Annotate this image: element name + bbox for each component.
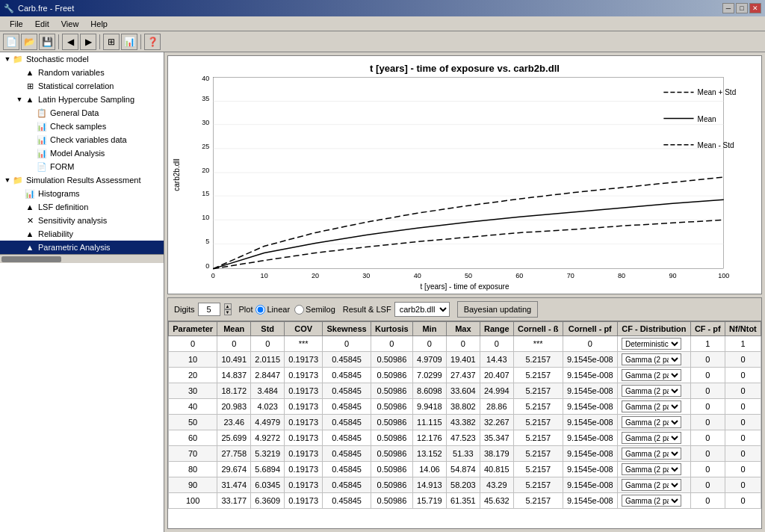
tree-scrollbar[interactable] — [0, 254, 164, 263]
tree-item-check-samples[interactable]: 📊 Check samples — [0, 120, 164, 133]
menu-edit[interactable]: Edit — [29, 18, 55, 30]
toolbar-open[interactable]: 📂 — [21, 34, 37, 50]
tree-label-lsf-definition: LSF definition — [38, 202, 88, 211]
dist-dropdown[interactable]: Gamma (2 par) — [622, 416, 681, 428]
legend-mean-plus-std: Mean + Std — [698, 88, 737, 96]
table-header-max: Max — [446, 322, 480, 336]
table-cell-std: 4.023 — [251, 399, 285, 415]
toolbar-chart[interactable]: 📊 — [121, 34, 137, 50]
digits-spinner[interactable]: ▲ ▼ — [224, 303, 232, 315]
linear-option[interactable]: Linear — [255, 305, 290, 315]
table-header-parameter: Parameter — [169, 322, 217, 336]
menu-help[interactable]: Help — [84, 18, 114, 30]
dist-dropdown[interactable]: Gamma (2 par) — [622, 432, 681, 444]
table-cell-std: 3.484 — [251, 383, 285, 399]
dist-dropdown[interactable]: Gamma (2 par) — [622, 479, 681, 491]
linear-label: Linear — [267, 305, 290, 314]
table-cell-cf_dist[interactable]: Gamma (2 par) — [617, 415, 690, 430]
tree-item-stochastic-model[interactable]: ▼ 📁 Stochastic model — [0, 52, 164, 66]
tree-item-model-analysis[interactable]: 📊 Model Analysis — [0, 146, 164, 160]
tree-item-form[interactable]: 📄 FORM — [0, 160, 164, 173]
tree-item-check-variables[interactable]: 📊 Check variables data — [0, 133, 164, 146]
table-cell-mean: 20.983 — [217, 399, 251, 415]
svg-text:0: 0 — [211, 272, 215, 279]
minimize-button[interactable]: ─ — [722, 3, 734, 13]
toolbar-grid[interactable]: ⊞ — [103, 34, 120, 50]
dist-dropdown[interactable]: Gamma (2 par) — [622, 353, 681, 365]
table-cell-cf_dist[interactable]: Gamma (2 par) — [617, 446, 690, 462]
dist-cell: Gamma (2 par) — [622, 353, 687, 365]
table-cell-cornell_b: 5.2157 — [513, 368, 563, 383]
digits-input[interactable] — [198, 303, 220, 316]
table-cell-cf_dist[interactable]: Gamma (2 par) — [617, 493, 690, 509]
table-row: 8029.6745.68940.191730.458450.5098614.06… — [169, 462, 761, 477]
dist-dropdown[interactable]: Gamma (2 par) — [622, 448, 681, 460]
dist-dropdown[interactable]: Deterministic — [622, 338, 681, 350]
title-bar-left: 🔧 Carb.fre - Freet — [4, 4, 74, 13]
table-cell-range: 28.86 — [480, 399, 513, 415]
linear-radio[interactable] — [255, 305, 265, 315]
digits-group: Digits ▲ ▼ — [174, 303, 232, 316]
dist-dropdown[interactable]: Gamma (2 par) — [622, 495, 681, 507]
svg-text:50: 50 — [465, 272, 472, 279]
table-header: ParameterMeanStdCOVSkewnessKurtosisMinMa… — [169, 322, 761, 336]
table-cell-cf_dist[interactable]: Gamma (2 par) — [617, 399, 690, 415]
tree-item-random-variables[interactable]: ▲ Random variables — [0, 66, 164, 79]
legend-mean: Mean — [698, 115, 716, 123]
bayesian-updating-button[interactable]: Bayesian updating — [457, 301, 539, 318]
table-cell-mean: 18.172 — [217, 383, 251, 399]
table-cell-cf_dist[interactable]: Gamma (2 par) — [617, 368, 690, 383]
semilog-radio[interactable] — [294, 305, 304, 315]
menu-view[interactable]: View — [55, 18, 85, 30]
menu-file[interactable]: File — [4, 18, 29, 30]
tree-item-parametric[interactable]: ▲ Parametric Analysis — [0, 241, 164, 254]
table-cell-cf_dist[interactable]: Gamma (2 par) — [617, 352, 690, 368]
tree-item-lsf-definition[interactable]: ▲ LSF definition — [0, 200, 164, 214]
table-cell-min: 15.719 — [412, 493, 446, 509]
table-cell-skewness: 0.45845 — [323, 430, 371, 446]
dist-dropdown[interactable]: Gamma (2 par) — [622, 400, 681, 412]
table-cell-max: 19.401 — [446, 352, 480, 368]
dist-dropdown[interactable]: Gamma (2 par) — [622, 385, 681, 397]
close-button[interactable]: ✕ — [749, 3, 761, 13]
table-cell-cf_dist[interactable]: Gamma (2 par) — [617, 462, 690, 477]
table-cell-cf_dist[interactable]: Gamma (2 par) — [617, 383, 690, 399]
table-cell-kurtosis: 0.50986 — [371, 462, 412, 477]
tree-label-sim-results: Simulation Results Assessment — [26, 176, 140, 185]
table-cell-cf_pf: 0 — [690, 462, 725, 477]
svg-text:15: 15 — [202, 190, 209, 197]
toolbar-new[interactable]: 📄 — [3, 34, 19, 50]
table-cell-cov: 0.19173 — [285, 462, 323, 477]
table-cell-param: 90 — [169, 477, 217, 493]
maximize-button[interactable]: □ — [736, 3, 748, 13]
table-cell-cov: 0.19173 — [285, 446, 323, 462]
tree-item-statistical-correlation[interactable]: ⊞ Statistical correlation — [0, 79, 164, 93]
table-cell-param: 70 — [169, 446, 217, 462]
semilog-option[interactable]: Semilog — [294, 305, 335, 315]
table-cell-cf_dist[interactable]: Gamma (2 par) — [617, 430, 690, 446]
toolbar-forward[interactable]: ▶ — [80, 34, 96, 50]
data-table-container[interactable]: ParameterMeanStdCOVSkewnessKurtosisMinMa… — [168, 321, 761, 528]
table-cell-cf_dist[interactable]: Gamma (2 par) — [617, 477, 690, 493]
table-cell-mean: 0 — [217, 336, 251, 352]
table-cell-kurtosis: 0.50986 — [371, 352, 412, 368]
dist-cell: Gamma (2 par) — [622, 400, 687, 412]
tree-item-sensitivity[interactable]: ✕ Sensitivity analysis — [0, 214, 164, 227]
table-cell-max: 61.351 — [446, 493, 480, 509]
table-cell-cf_dist[interactable]: Deterministic — [617, 336, 690, 352]
toolbar-back[interactable]: ◀ — [62, 34, 78, 50]
tree-icon-model-analysis: 📊 — [36, 148, 48, 158]
result-lsf-dropdown[interactable]: carb2b.dll — [394, 302, 450, 317]
svg-text:70: 70 — [567, 272, 574, 279]
dist-dropdown[interactable]: Gamma (2 par) — [622, 369, 681, 381]
tree-item-histograms[interactable]: 📊 Histograms — [0, 187, 164, 200]
tree-item-sim-results[interactable]: ▼ 📁 Simulation Results Assessment — [0, 173, 164, 187]
toolbar-save[interactable]: 💾 — [39, 34, 55, 50]
tree-item-general-data[interactable]: 📋 General Data — [0, 106, 164, 120]
tree-item-latin-hypercube[interactable]: ▼ ▲ Latin Hypercube Sampling — [0, 93, 164, 106]
tree-item-reliability[interactable]: ▲ Reliability — [0, 227, 164, 241]
dist-dropdown[interactable]: Gamma (2 par) — [622, 463, 681, 475]
toolbar-help[interactable]: ❓ — [144, 34, 161, 50]
table-cell-cf_pf: 0 — [690, 493, 725, 509]
table-cell-nf_ntot: 0 — [725, 415, 761, 430]
